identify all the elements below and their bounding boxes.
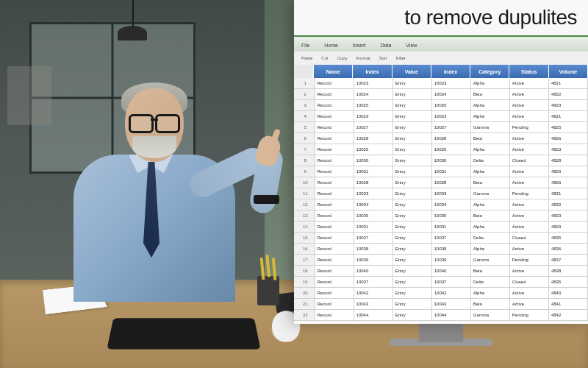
cell[interactable]: 4829	[549, 222, 588, 232]
cell[interactable]: 10023	[354, 111, 393, 121]
cell[interactable]: 10037	[354, 277, 393, 287]
cell[interactable]: Pending	[510, 255, 549, 265]
cell[interactable]: 10027	[354, 122, 393, 132]
cell[interactable]: Record	[315, 166, 354, 177]
cell[interactable]: 10031	[354, 166, 393, 177]
cell[interactable]: Active	[510, 111, 549, 121]
cell[interactable]: Active	[510, 266, 549, 276]
cell[interactable]: 10044	[432, 310, 471, 320]
cell[interactable]: Beta	[471, 266, 510, 276]
cell[interactable]: Record	[315, 188, 354, 199]
cell[interactable]: 4840	[549, 288, 588, 298]
cell[interactable]: Entry	[393, 166, 432, 177]
cell[interactable]: 21	[294, 299, 315, 309]
cell[interactable]: Entry	[393, 133, 432, 144]
cell[interactable]: Record	[315, 310, 354, 320]
cell[interactable]: 4828	[549, 155, 588, 166]
cell[interactable]: 10035	[432, 210, 471, 221]
cell[interactable]: Active	[510, 299, 549, 309]
cell[interactable]: 10037	[354, 233, 393, 243]
cell[interactable]: Closed	[510, 277, 549, 287]
cell[interactable]: 10030	[432, 155, 471, 166]
cell[interactable]: Entry	[393, 89, 432, 99]
cell[interactable]: 10031	[432, 222, 471, 232]
cell[interactable]: 10039	[432, 255, 471, 265]
cell[interactable]: Entry	[393, 288, 432, 298]
cell[interactable]: Gamma	[471, 310, 510, 320]
cell[interactable]: 10038	[354, 244, 393, 254]
cell[interactable]: Record	[315, 199, 354, 210]
cell[interactable]: 4837	[549, 255, 588, 265]
column-header[interactable]: Index	[353, 65, 392, 78]
cell[interactable]: 6	[294, 133, 315, 144]
cell[interactable]: Record	[315, 255, 354, 265]
cell[interactable]: 11	[294, 188, 315, 199]
cell[interactable]: 9	[294, 166, 315, 177]
cell[interactable]: Beta	[471, 299, 510, 309]
cell[interactable]: 10025	[432, 144, 471, 155]
cell[interactable]: Beta	[471, 177, 510, 188]
cell[interactable]: Entry	[393, 155, 432, 166]
cell[interactable]: 4826	[549, 133, 588, 144]
cell[interactable]: 19	[294, 277, 315, 287]
cell[interactable]: Record	[315, 177, 354, 188]
cell[interactable]: 10037	[432, 233, 471, 243]
cell[interactable]: Entry	[393, 255, 432, 265]
cell[interactable]: Alpha	[471, 222, 510, 232]
cell[interactable]: Beta	[471, 210, 510, 221]
cell[interactable]: Entry	[393, 122, 432, 132]
cell[interactable]: Delta	[471, 233, 510, 243]
cell[interactable]: Record	[315, 244, 354, 254]
cell[interactable]: 10024	[354, 89, 393, 99]
cell[interactable]: Active	[510, 78, 549, 88]
cell[interactable]: 4836	[549, 244, 588, 254]
cell[interactable]: 10023	[354, 78, 393, 88]
cell[interactable]: 10025	[354, 144, 393, 155]
cell[interactable]: 10042	[354, 288, 393, 298]
cell[interactable]: Record	[315, 155, 354, 166]
cell[interactable]: 3	[294, 100, 315, 110]
cell[interactable]: 16	[294, 244, 315, 254]
cell[interactable]: 5	[294, 122, 315, 132]
cell[interactable]: Entry	[393, 78, 432, 88]
cell[interactable]: Beta	[471, 133, 510, 144]
cell[interactable]: 10038	[432, 244, 471, 254]
cell[interactable]: 20	[294, 288, 315, 298]
cell[interactable]: 10043	[432, 299, 471, 309]
cell[interactable]: 4825	[549, 122, 588, 132]
cell[interactable]: 10044	[354, 310, 393, 320]
cell[interactable]: 12	[294, 199, 315, 210]
cell[interactable]: 4826	[549, 177, 588, 188]
cell[interactable]: 10028	[432, 133, 471, 144]
cell[interactable]: 4821	[549, 111, 588, 121]
cell[interactable]: Record	[315, 133, 354, 144]
column-header[interactable]: Status	[509, 65, 548, 78]
cell[interactable]: 4841	[549, 299, 588, 309]
cell[interactable]: 10031	[432, 166, 471, 177]
cell[interactable]: Record	[315, 233, 354, 243]
cell[interactable]: Alpha	[471, 111, 510, 121]
cell[interactable]: Active	[510, 222, 549, 232]
cell[interactable]: 10027	[432, 122, 471, 132]
cell[interactable]: Active	[510, 288, 549, 298]
cell[interactable]: 10031	[354, 222, 393, 232]
cell[interactable]: 10033	[354, 188, 393, 199]
cell[interactable]: 10043	[354, 299, 393, 309]
cell[interactable]: Pending	[510, 122, 549, 132]
cell[interactable]: Record	[315, 111, 354, 121]
cell[interactable]: 2	[294, 89, 315, 99]
cell[interactable]: Closed	[510, 233, 549, 243]
column-header[interactable]: Volume	[549, 65, 588, 78]
cell[interactable]: 4832	[549, 199, 588, 210]
cell[interactable]: 10035	[354, 210, 393, 221]
cell[interactable]: 4838	[549, 266, 588, 276]
ribbon-tab[interactable]: Home	[324, 43, 338, 48]
cell[interactable]: Entry	[393, 244, 432, 254]
cell[interactable]: Active	[510, 244, 549, 254]
cell[interactable]: 8	[294, 155, 315, 166]
cell[interactable]: Delta	[471, 155, 510, 166]
cell[interactable]: Entry	[393, 277, 432, 287]
cell[interactable]: Delta	[471, 277, 510, 287]
cell[interactable]: 4821	[549, 78, 588, 88]
toolbar-item[interactable]: Format	[356, 56, 370, 60]
